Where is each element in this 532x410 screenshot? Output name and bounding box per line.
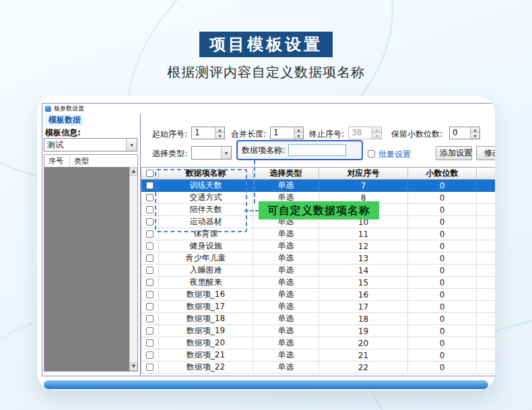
cell-select-type[interactable]: 单选 bbox=[253, 277, 319, 289]
row-select-cell[interactable] bbox=[141, 252, 159, 265]
cell-seq[interactable]: 19 bbox=[319, 325, 408, 337]
select-type-dropdown[interactable]: ▾ bbox=[191, 146, 232, 160]
row-checkbox[interactable] bbox=[146, 267, 154, 274]
template-list-body[interactable] bbox=[44, 167, 129, 371]
row-select-cell[interactable] bbox=[141, 289, 159, 301]
row-checkbox[interactable] bbox=[146, 218, 154, 226]
col-header-decimals[interactable]: 小数位数 bbox=[408, 167, 477, 180]
row-checkbox[interactable] bbox=[146, 303, 154, 310]
cell-select-type[interactable]: 单选 bbox=[253, 349, 319, 362]
row-select-cell[interactable] bbox=[141, 216, 159, 228]
batch-checkbox[interactable] bbox=[368, 150, 375, 158]
spinner-up-icon[interactable]: ▲ bbox=[215, 127, 224, 133]
row-select-cell[interactable] bbox=[141, 313, 159, 325]
row-checkbox[interactable] bbox=[146, 254, 154, 262]
cell-item-name[interactable]: 体育课 bbox=[159, 228, 253, 240]
select-all-checkbox[interactable] bbox=[146, 170, 154, 177]
cell-item-name[interactable]: 陪伴天数 bbox=[159, 204, 253, 216]
tab-template-data[interactable]: 模板数据 bbox=[46, 114, 84, 126]
decimals-spinner[interactable]: 0 ▲▼ bbox=[449, 127, 480, 139]
row-checkbox[interactable] bbox=[146, 279, 154, 286]
table-row[interactable]: 数据项_19 单选 19 0 bbox=[141, 325, 495, 337]
table-row[interactable]: 入睡困难 单选 14 0 bbox=[141, 265, 495, 277]
table-row[interactable]: 健身设施 单选 12 0 bbox=[141, 240, 495, 252]
table-row[interactable]: 数据项_20 单选 20 0 bbox=[141, 337, 495, 349]
table-row[interactable]: 夜里醒来 单选 15 0 bbox=[141, 277, 495, 289]
row-select-cell[interactable] bbox=[141, 362, 159, 374]
cell-seq[interactable]: 7 bbox=[319, 180, 408, 192]
row-checkbox[interactable] bbox=[146, 364, 154, 371]
cell-seq[interactable]: 12 bbox=[319, 240, 408, 252]
start-seq-value[interactable]: 1 bbox=[192, 127, 215, 139]
cell-select-type[interactable]: 单选 bbox=[253, 313, 319, 325]
cell-item-name[interactable]: 健身设施 bbox=[159, 240, 253, 252]
table-row[interactable]: 数据项_21 单选 21 0 bbox=[141, 349, 495, 362]
cell-select-type[interactable]: 单选 bbox=[253, 362, 319, 374]
table-row[interactable]: 数据项_17 单选 17 0 bbox=[141, 301, 495, 313]
cell-item-name[interactable]: 夜里醒来 bbox=[159, 277, 253, 289]
cell-select-type[interactable]: 单选 bbox=[253, 325, 319, 337]
cell-select-type[interactable]: 单选 bbox=[253, 240, 319, 252]
row-checkbox[interactable] bbox=[146, 230, 154, 238]
cell-item-name[interactable]: 数据项_22 bbox=[159, 362, 253, 374]
cell-decimals[interactable]: 0 bbox=[408, 289, 477, 301]
row-select-cell[interactable] bbox=[141, 301, 159, 313]
cell-decimals[interactable]: 0 bbox=[408, 228, 477, 240]
row-select-cell[interactable] bbox=[141, 349, 159, 362]
cell-seq[interactable]: 13 bbox=[319, 252, 408, 265]
cell-item-name[interactable]: 入睡困难 bbox=[159, 265, 253, 277]
cell-item-name[interactable]: 数据项_16 bbox=[159, 289, 253, 301]
cell-decimals[interactable]: 0 bbox=[408, 362, 477, 374]
row-checkbox[interactable] bbox=[146, 327, 154, 335]
cell-item-name[interactable]: 数据项_20 bbox=[159, 337, 253, 349]
start-seq-spinner[interactable]: 1 ▲▼ bbox=[191, 127, 225, 139]
row-checkbox[interactable] bbox=[146, 351, 154, 359]
cell-seq[interactable]: 17 bbox=[319, 301, 408, 313]
row-select-cell[interactable] bbox=[141, 204, 159, 216]
row-select-cell[interactable] bbox=[141, 325, 159, 337]
row-checkbox[interactable] bbox=[146, 315, 154, 322]
merge-len-spinner[interactable]: 1 ▲▼ bbox=[270, 127, 304, 139]
row-select-cell[interactable] bbox=[141, 240, 159, 252]
cell-select-type[interactable]: 单选 bbox=[253, 289, 319, 301]
cell-item-name[interactable]: 数据项_19 bbox=[159, 325, 253, 337]
cell-seq[interactable]: 21 bbox=[319, 349, 408, 362]
cell-decimals[interactable]: 0 bbox=[408, 277, 477, 289]
row-checkbox[interactable] bbox=[146, 242, 154, 250]
cell-seq[interactable]: 11 bbox=[319, 228, 408, 240]
table-row[interactable]: 青少年儿童 单选 13 0 bbox=[141, 252, 495, 265]
cell-seq[interactable]: 15 bbox=[319, 277, 408, 289]
cell-select-type[interactable]: 单选 bbox=[253, 228, 319, 240]
cell-decimals[interactable]: 0 bbox=[408, 180, 477, 192]
cell-seq[interactable]: 20 bbox=[319, 337, 408, 349]
spinner-down-icon[interactable]: ▼ bbox=[294, 133, 303, 139]
row-checkbox[interactable] bbox=[146, 182, 154, 189]
merge-len-value[interactable]: 1 bbox=[271, 127, 294, 139]
spinner-up-icon[interactable]: ▲ bbox=[471, 127, 479, 133]
table-row[interactable]: 体育课 单选 11 0 bbox=[141, 228, 495, 240]
row-select-cell[interactable] bbox=[141, 265, 159, 277]
col-header-item-name[interactable]: 数据项名称 bbox=[159, 167, 253, 180]
cell-item-name[interactable]: 数据项_18 bbox=[159, 313, 253, 325]
col-header-select-type[interactable]: 选择类型 bbox=[253, 167, 319, 180]
cell-decimals[interactable]: 0 bbox=[408, 325, 477, 337]
cell-decimals[interactable]: 0 bbox=[408, 240, 477, 252]
row-checkbox[interactable] bbox=[146, 194, 154, 201]
cell-decimals[interactable]: 0 bbox=[408, 349, 477, 362]
cell-select-type[interactable]: 单选 bbox=[253, 337, 319, 349]
cell-decimals[interactable]: 0 bbox=[408, 301, 477, 313]
col-header-seq[interactable]: 对应序号 bbox=[319, 167, 408, 180]
cell-select-type[interactable]: 单选 bbox=[253, 265, 319, 277]
row-select-cell[interactable] bbox=[141, 228, 159, 240]
modify-button[interactable]: 修改 bbox=[476, 146, 495, 160]
scroll-up-icon[interactable]: ▲ bbox=[130, 167, 137, 176]
cell-seq[interactable]: 18 bbox=[319, 313, 408, 325]
cell-select-type[interactable]: 单选 bbox=[253, 180, 319, 192]
row-select-cell[interactable] bbox=[141, 277, 159, 289]
cell-decimals[interactable]: 0 bbox=[408, 313, 477, 325]
cell-item-name[interactable]: 交通方式 bbox=[159, 192, 253, 204]
cell-item-name[interactable]: 数据项_21 bbox=[159, 349, 253, 362]
row-checkbox[interactable] bbox=[146, 206, 154, 213]
cell-item-name[interactable]: 青少年儿童 bbox=[159, 252, 253, 265]
row-select-cell[interactable] bbox=[141, 337, 159, 349]
